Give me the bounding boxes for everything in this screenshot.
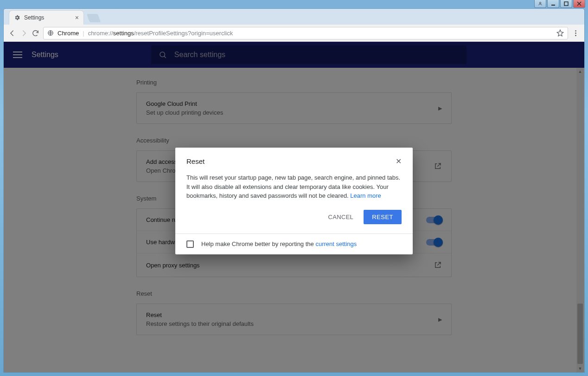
dialog-title: Reset: [186, 157, 205, 165]
window-titlebar[interactable]: [0, 0, 588, 9]
report-settings-checkbox[interactable]: [186, 240, 194, 248]
svg-point-5: [575, 32, 576, 34]
tab-close-icon[interactable]: ×: [75, 14, 79, 21]
new-tab-button[interactable]: [87, 14, 101, 22]
dialog-body: This will reset your startup page, new t…: [175, 169, 413, 201]
settings-page: Settings Search settings Printing Google…: [4, 42, 584, 372]
window-maximize-button[interactable]: [560, 0, 572, 8]
browser-menu-button[interactable]: [572, 29, 580, 37]
url-scheme-label: Chrome: [58, 30, 79, 37]
bookmark-star-icon[interactable]: [556, 29, 564, 37]
svg-rect-1: [551, 5, 555, 6]
svg-point-4: [575, 30, 576, 32]
learn-more-link[interactable]: Learn more: [350, 192, 381, 199]
tab-label: Settings: [24, 14, 44, 21]
reset-confirm-button[interactable]: RESET: [364, 210, 402, 224]
svg-rect-2: [564, 2, 568, 6]
reload-button[interactable]: [32, 29, 39, 37]
url-part-1: chrome://: [88, 30, 113, 37]
url-part-2: settings: [113, 30, 134, 37]
tab-settings[interactable]: Settings ×: [9, 11, 83, 25]
current-settings-link[interactable]: current settings: [315, 240, 357, 247]
url-part-3: /resetProfileSettings?origin=userclick: [134, 30, 233, 37]
dialog-footer-text: Help make Chrome better by reporting the…: [201, 240, 357, 247]
address-bar[interactable]: Chrome | chrome://settings/resetProfileS…: [43, 27, 568, 39]
browser-toolbar: Chrome | chrome://settings/resetProfileS…: [4, 25, 584, 42]
back-button[interactable]: [8, 29, 16, 37]
forward-button: [20, 29, 28, 37]
reset-dialog: Reset ✕ This will reset your startup pag…: [175, 148, 413, 254]
dialog-close-button[interactable]: ✕: [396, 157, 402, 166]
tab-strip: Settings ×: [4, 9, 584, 25]
window-close-button[interactable]: [573, 0, 585, 8]
site-info-icon[interactable]: [47, 30, 54, 36]
window-frame: Settings × Chrome | chrome://settings/re…: [0, 0, 588, 376]
window-minimize-button[interactable]: [547, 0, 559, 8]
cancel-button[interactable]: CANCEL: [322, 210, 360, 224]
window-user-icon[interactable]: [534, 0, 546, 8]
svg-point-0: [539, 2, 541, 4]
gear-icon: [14, 14, 20, 21]
browser-chrome: Settings × Chrome | chrome://settings/re…: [4, 9, 584, 372]
svg-point-6: [575, 35, 576, 36]
